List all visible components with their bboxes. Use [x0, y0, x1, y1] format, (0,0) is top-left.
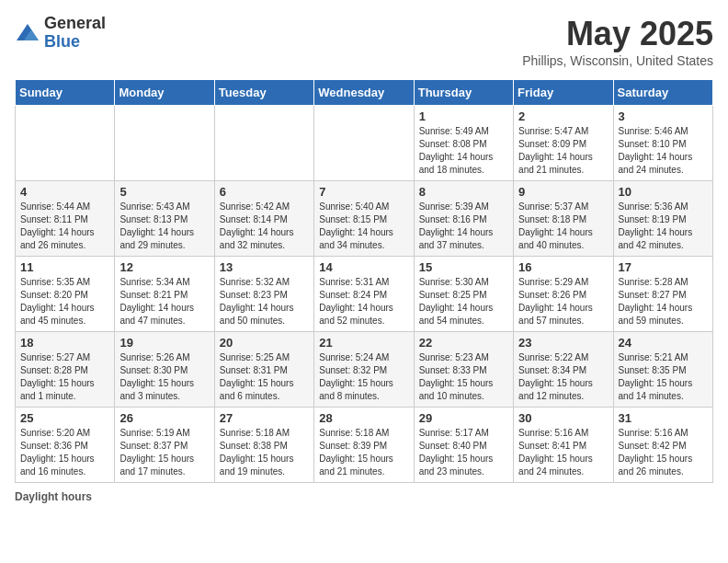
- calendar-day-header: Wednesday: [314, 80, 414, 106]
- calendar-week-row: 4Sunrise: 5:44 AMSunset: 8:11 PMDaylight…: [16, 181, 713, 257]
- calendar-cell: 29Sunrise: 5:17 AMSunset: 8:40 PMDayligh…: [414, 408, 513, 483]
- calendar-week-row: 18Sunrise: 5:27 AMSunset: 8:28 PMDayligh…: [16, 332, 713, 408]
- cell-info: Sunrise: 5:46 AMSunset: 8:10 PMDaylight:…: [619, 125, 708, 177]
- calendar-cell: 18Sunrise: 5:27 AMSunset: 8:28 PMDayligh…: [16, 332, 115, 408]
- calendar-cell: 28Sunrise: 5:18 AMSunset: 8:39 PMDayligh…: [314, 408, 414, 483]
- cell-info: Sunrise: 5:34 AMSunset: 8:21 PMDaylight:…: [119, 276, 209, 327]
- calendar-day-header: Thursday: [414, 80, 513, 106]
- cell-info: Sunrise: 5:49 AMSunset: 8:08 PMDaylight:…: [419, 125, 508, 177]
- day-number: 21: [319, 336, 408, 350]
- page-header: General Blue May 2025 Phillips, Wisconsi…: [15, 15, 713, 68]
- calendar-cell: 12Sunrise: 5:34 AMSunset: 8:21 PMDayligh…: [115, 257, 214, 332]
- cell-info: Sunrise: 5:26 AMSunset: 8:30 PMDaylight:…: [119, 351, 209, 403]
- cell-info: Sunrise: 5:30 AMSunset: 8:25 PMDaylight:…: [419, 276, 508, 327]
- day-number: 7: [319, 185, 408, 199]
- calendar-cell: 27Sunrise: 5:18 AMSunset: 8:38 PMDayligh…: [214, 408, 313, 483]
- calendar-cell: 24Sunrise: 5:21 AMSunset: 8:35 PMDayligh…: [613, 332, 712, 408]
- cell-info: Sunrise: 5:18 AMSunset: 8:38 PMDaylight:…: [220, 427, 309, 478]
- footer-label: Daylight hours: [15, 490, 92, 503]
- day-number: 24: [619, 336, 708, 350]
- day-number: 13: [220, 260, 309, 274]
- day-number: 29: [419, 411, 508, 425]
- calendar-cell: 10Sunrise: 5:36 AMSunset: 8:19 PMDayligh…: [613, 181, 712, 257]
- calendar-cell: 7Sunrise: 5:40 AMSunset: 8:15 PMDaylight…: [314, 181, 414, 257]
- cell-info: Sunrise: 5:16 AMSunset: 8:41 PMDaylight:…: [518, 427, 608, 478]
- calendar-cell: [214, 106, 313, 181]
- day-number: 10: [619, 185, 708, 199]
- day-number: 20: [220, 336, 309, 350]
- day-number: 19: [119, 336, 209, 350]
- calendar-cell: 11Sunrise: 5:35 AMSunset: 8:20 PMDayligh…: [16, 257, 115, 332]
- day-number: 17: [619, 260, 708, 274]
- logo-general-text: General: [44, 15, 106, 33]
- month-title: May 2025: [522, 15, 713, 53]
- day-number: 14: [319, 260, 408, 274]
- cell-info: Sunrise: 5:16 AMSunset: 8:42 PMDaylight:…: [619, 427, 708, 478]
- calendar-cell: 22Sunrise: 5:23 AMSunset: 8:33 PMDayligh…: [414, 332, 513, 408]
- cell-info: Sunrise: 5:29 AMSunset: 8:26 PMDaylight:…: [518, 276, 608, 327]
- logo-icon: [15, 20, 40, 46]
- cell-info: Sunrise: 5:23 AMSunset: 8:33 PMDaylight:…: [419, 351, 508, 403]
- day-number: 28: [319, 411, 408, 425]
- day-number: 31: [619, 411, 708, 425]
- calendar-cell: 30Sunrise: 5:16 AMSunset: 8:41 PMDayligh…: [514, 408, 613, 483]
- calendar-cell: [115, 106, 214, 181]
- calendar-cell: 9Sunrise: 5:37 AMSunset: 8:18 PMDaylight…: [514, 181, 613, 257]
- cell-info: Sunrise: 5:32 AMSunset: 8:23 PMDaylight:…: [220, 276, 309, 327]
- calendar-cell: 13Sunrise: 5:32 AMSunset: 8:23 PMDayligh…: [214, 257, 313, 332]
- day-number: 11: [20, 260, 109, 274]
- calendar-cell: [314, 106, 414, 181]
- cell-info: Sunrise: 5:22 AMSunset: 8:34 PMDaylight:…: [518, 351, 608, 403]
- day-number: 16: [518, 260, 608, 274]
- cell-info: Sunrise: 5:24 AMSunset: 8:32 PMDaylight:…: [319, 351, 408, 403]
- calendar-day-header: Tuesday: [214, 80, 313, 106]
- day-number: 6: [220, 185, 309, 199]
- title-block: May 2025 Phillips, Wisconsin, United Sta…: [522, 15, 713, 68]
- day-number: 27: [220, 411, 309, 425]
- calendar-day-header: Monday: [115, 80, 214, 106]
- footer: Daylight hours: [15, 490, 713, 503]
- calendar-header-row: SundayMondayTuesdayWednesdayThursdayFrid…: [16, 80, 713, 106]
- cell-info: Sunrise: 5:36 AMSunset: 8:19 PMDaylight:…: [619, 201, 708, 252]
- calendar-cell: 31Sunrise: 5:16 AMSunset: 8:42 PMDayligh…: [613, 408, 712, 483]
- calendar-day-header: Saturday: [613, 80, 712, 106]
- cell-info: Sunrise: 5:28 AMSunset: 8:27 PMDaylight:…: [619, 276, 708, 327]
- cell-info: Sunrise: 5:43 AMSunset: 8:13 PMDaylight:…: [119, 201, 209, 252]
- day-number: 2: [518, 109, 608, 123]
- calendar-cell: 20Sunrise: 5:25 AMSunset: 8:31 PMDayligh…: [214, 332, 313, 408]
- day-number: 1: [419, 109, 508, 123]
- calendar-cell: 6Sunrise: 5:42 AMSunset: 8:14 PMDaylight…: [214, 181, 313, 257]
- cell-info: Sunrise: 5:42 AMSunset: 8:14 PMDaylight:…: [220, 201, 309, 252]
- calendar-week-row: 25Sunrise: 5:20 AMSunset: 8:36 PMDayligh…: [16, 408, 713, 483]
- day-number: 30: [518, 411, 608, 425]
- cell-info: Sunrise: 5:25 AMSunset: 8:31 PMDaylight:…: [220, 351, 309, 403]
- cell-info: Sunrise: 5:31 AMSunset: 8:24 PMDaylight:…: [319, 276, 408, 327]
- calendar-cell: 14Sunrise: 5:31 AMSunset: 8:24 PMDayligh…: [314, 257, 414, 332]
- day-number: 18: [20, 336, 109, 350]
- day-number: 12: [119, 260, 209, 274]
- cell-info: Sunrise: 5:19 AMSunset: 8:37 PMDaylight:…: [119, 427, 209, 478]
- day-number: 5: [119, 185, 209, 199]
- cell-info: Sunrise: 5:37 AMSunset: 8:18 PMDaylight:…: [518, 201, 608, 252]
- day-number: 3: [619, 109, 708, 123]
- day-number: 8: [419, 185, 508, 199]
- calendar-cell: [16, 106, 115, 181]
- cell-info: Sunrise: 5:21 AMSunset: 8:35 PMDaylight:…: [619, 351, 708, 403]
- calendar-week-row: 1Sunrise: 5:49 AMSunset: 8:08 PMDaylight…: [16, 106, 713, 181]
- calendar-cell: 15Sunrise: 5:30 AMSunset: 8:25 PMDayligh…: [414, 257, 513, 332]
- cell-info: Sunrise: 5:35 AMSunset: 8:20 PMDaylight:…: [20, 276, 109, 327]
- calendar-cell: 5Sunrise: 5:43 AMSunset: 8:13 PMDaylight…: [115, 181, 214, 257]
- cell-info: Sunrise: 5:47 AMSunset: 8:09 PMDaylight:…: [518, 125, 608, 177]
- cell-info: Sunrise: 5:44 AMSunset: 8:11 PMDaylight:…: [20, 201, 109, 252]
- day-number: 25: [20, 411, 109, 425]
- cell-info: Sunrise: 5:39 AMSunset: 8:16 PMDaylight:…: [419, 201, 508, 252]
- cell-info: Sunrise: 5:27 AMSunset: 8:28 PMDaylight:…: [20, 351, 109, 403]
- calendar-cell: 3Sunrise: 5:46 AMSunset: 8:10 PMDaylight…: [613, 106, 712, 181]
- cell-info: Sunrise: 5:17 AMSunset: 8:40 PMDaylight:…: [419, 427, 508, 478]
- calendar-cell: 23Sunrise: 5:22 AMSunset: 8:34 PMDayligh…: [514, 332, 613, 408]
- calendar-cell: 4Sunrise: 5:44 AMSunset: 8:11 PMDaylight…: [16, 181, 115, 257]
- day-number: 4: [20, 185, 109, 199]
- day-number: 26: [119, 411, 209, 425]
- logo-blue-text: Blue: [44, 33, 106, 52]
- calendar-day-header: Friday: [514, 80, 613, 106]
